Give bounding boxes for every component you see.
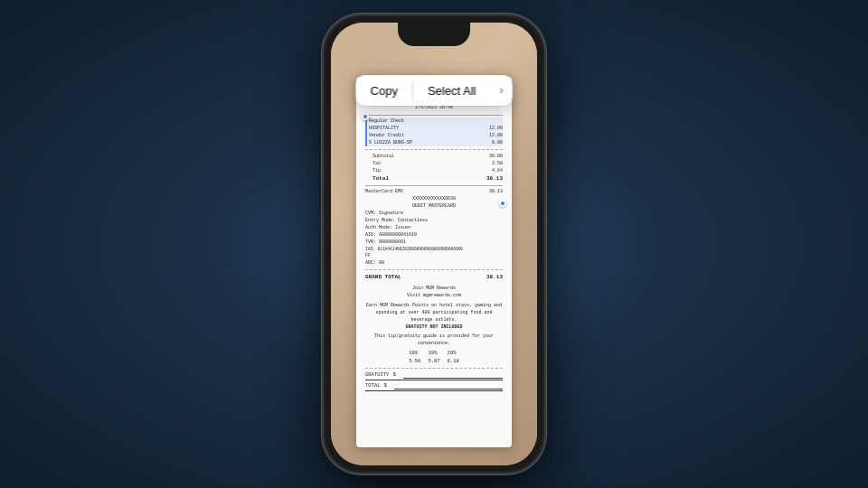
ff: FF — [365, 252, 371, 259]
receipt-items-highlighted: Regular Check HOSPITALITY 12.00 Vendor C… — [365, 117, 503, 146]
chevron-icon: › — [499, 84, 503, 97]
aid-line: AID: A0000000041010 — [365, 231, 503, 239]
tax-label: Tax — [373, 160, 381, 167]
item-price-3: 6.00 — [492, 139, 503, 146]
arc: ARC: 00 — [365, 259, 384, 267]
visit-website: Visit mgmrewards.com — [407, 292, 461, 299]
earn-text: Earn MGM Rewards Points on hotel stays, … — [365, 302, 503, 324]
tip-19-amount: 5.87 — [428, 358, 439, 365]
card-type: MasterCard EMV — [365, 188, 403, 195]
subtotal-label: Subtotal — [373, 153, 394, 160]
phone-device: Mercato Restaurant South 3770 Las Vegas … — [322, 14, 546, 474]
card-amount: 38.13 — [489, 188, 503, 195]
earn-text-line: Earn MGM Rewards Points on hotel stays, … — [365, 302, 503, 324]
subtotal-value: 30.00 — [489, 153, 503, 160]
gratuity-write-in: GRATUITY $ — [365, 371, 503, 380]
divider-2 — [365, 149, 503, 150]
select-all-button[interactable]: Select All — [413, 75, 490, 106]
tip-20: 20% 6.18 — [448, 350, 459, 365]
card-label: DEBIT MASTERCARD — [412, 202, 456, 210]
tip-guide-line: This tip/gratuity guide is provided for … — [365, 333, 503, 347]
subtotal-line: Subtotal 30.00 — [365, 153, 503, 160]
item-price: 12.00 — [489, 125, 503, 132]
iad: IAD: 011A4A14002020000000000000000000000 — [365, 246, 463, 252]
tvr-line: TVR: 0000008001 — [365, 239, 503, 246]
card-number: XXXXXXXXXXXX8630 — [412, 195, 456, 202]
item-burger: S LUIZZA BURG-SP 6.00 — [369, 139, 503, 146]
gratuity-dollar: $ — [392, 371, 395, 379]
power-button — [546, 122, 549, 167]
copy-button[interactable]: Copy — [356, 75, 412, 106]
tip-suggestions: 18% 5.56 19% 5.87 20% 6.18 — [365, 350, 503, 365]
tip-18: 18% 5.56 — [409, 350, 420, 365]
grand-total-line: GRAND TOTAL 38.13 — [365, 273, 503, 282]
auth-mode: Auth Mode: Issuer — [365, 224, 411, 231]
tvr: TVR: 0000008001 — [365, 239, 406, 246]
cvm: CVM: Signature — [365, 210, 403, 217]
gratuity-notice: GRATUITY NOT INCLUDED — [405, 324, 462, 331]
card-label-line: DEBIT MASTERCARD — [365, 202, 503, 210]
selection-handle-bottom — [499, 200, 506, 207]
card-number-line: XXXXXXXXXXXX8630 — [365, 195, 503, 202]
item-name-2: Vendor Credit — [369, 132, 404, 139]
visit-website-line: Visit mgmrewards.com — [365, 292, 503, 299]
grand-total-label: GRAND TOTAL — [365, 273, 401, 282]
iad-line: IAD: 011A4A14002020000000000000000000000 — [365, 246, 503, 252]
gratuity-write-label: GRATUITY — [365, 371, 389, 379]
receipt-content: Mercato Restaurant South 3770 Las Vegas … — [356, 77, 512, 399]
divider-3 — [365, 185, 503, 186]
tip-18-amount: 5.56 — [409, 358, 420, 365]
phone-frame: Mercato Restaurant South 3770 Las Vegas … — [322, 14, 546, 474]
tip-20-amount: 6.18 — [448, 358, 459, 365]
tax-line: Tax 2.58 — [365, 160, 503, 167]
context-menu: Copy Select All › — [356, 75, 513, 106]
phone-screen: Mercato Restaurant South 3770 Las Vegas … — [331, 23, 537, 465]
grand-total-value: 38.13 — [486, 273, 503, 282]
join-rewards-line: Join MGM Rewards — [365, 285, 503, 292]
total-line: Total 38.13 — [365, 174, 503, 183]
card-type-line: MasterCard EMV 38.13 — [365, 188, 503, 195]
total-write-label: TOTAL — [365, 382, 381, 389]
tip-value: 4.64 — [492, 167, 503, 174]
total-line-space — [394, 382, 503, 389]
gratuity-notice-line: GRATUITY NOT INCLUDED — [365, 324, 503, 331]
tax-value: 2.58 — [492, 160, 503, 167]
divider-5 — [365, 368, 503, 369]
total-label: Total — [373, 174, 389, 183]
item-hospitality: HOSPITALITY 12.00 — [369, 125, 503, 132]
join-rewards: Join MGM Rewards — [412, 285, 456, 292]
tip-20-percent: 20% — [448, 350, 459, 357]
aid: AID: A0000000041010 — [365, 231, 417, 239]
total-write-dollar: $ — [384, 382, 387, 389]
divider-4 — [365, 269, 503, 270]
tip-label: Tip — [373, 167, 381, 174]
total-value: 38.13 — [486, 174, 503, 183]
tip-19-percent: 19% — [428, 350, 439, 357]
selection-handle-top — [362, 113, 369, 120]
arc-line: ARC: 00 — [365, 259, 503, 267]
total-write-in: TOTAL $ — [365, 382, 503, 391]
receipt: Mercato Restaurant South 3770 Las Vegas … — [356, 77, 512, 447]
divider-1 — [365, 115, 503, 116]
item-label: Regular Check — [369, 117, 404, 125]
entry-mode: Entry Mode: Contactless — [365, 217, 428, 224]
entry-mode-line: Entry Mode: Contactless — [365, 217, 503, 224]
item-name-3: S LUIZZA BURG-SP — [369, 139, 412, 146]
tip-line: Tip 4.64 — [365, 167, 503, 174]
tip-18-percent: 18% — [409, 350, 420, 357]
more-options-button[interactable]: › — [490, 75, 512, 106]
item-vendor: Vendor Credit 12.00 — [369, 132, 503, 139]
cvm-line: CVM: Signature — [365, 210, 503, 217]
item-name: HOSPITALITY — [369, 125, 399, 132]
tip-guide: This tip/gratuity guide is provided for … — [365, 333, 503, 347]
item-price-2: 12.00 — [489, 132, 503, 139]
tip-19: 19% 5.87 — [428, 350, 439, 365]
gratuity-line-space — [403, 371, 503, 379]
auth-mode-line: Auth Mode: Issuer — [365, 224, 503, 231]
ff-line: FF — [365, 252, 503, 259]
item-type: Regular Check — [369, 117, 503, 125]
notch — [398, 23, 470, 46]
